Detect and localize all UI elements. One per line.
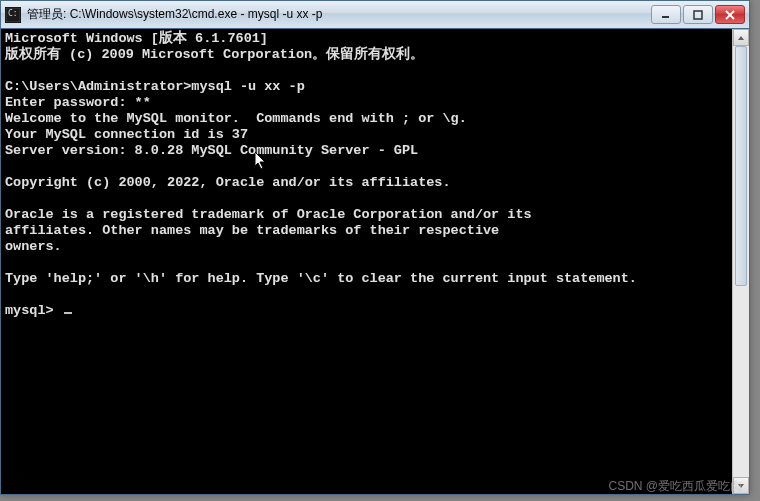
vertical-scrollbar[interactable] (732, 29, 749, 494)
scroll-up-button[interactable] (733, 29, 749, 46)
scroll-thumb[interactable] (735, 46, 747, 286)
terminal-line: Copyright (c) 2000, 2022, Oracle and/or … (5, 175, 451, 190)
svg-rect-4 (694, 11, 702, 19)
titlebar[interactable]: C: 管理员: C:\Windows\system32\cmd.exe - my… (1, 1, 749, 29)
terminal-line: 版权所有 (c) 2009 Microsoft Corporation。保留所有… (5, 47, 424, 62)
minimize-button[interactable] (651, 5, 681, 24)
chevron-up-icon (737, 35, 745, 41)
chevron-down-icon (737, 483, 745, 489)
minimize-icon (661, 10, 671, 20)
window-controls (651, 5, 745, 24)
maximize-icon (693, 10, 703, 20)
cmd-icon: C: (5, 7, 21, 23)
text-cursor (64, 312, 72, 314)
maximize-button[interactable] (683, 5, 713, 24)
terminal-line: Server version: 8.0.28 MySQL Community S… (5, 143, 418, 158)
terminal-line: Enter password: ** (5, 95, 151, 110)
scroll-down-button[interactable] (733, 477, 749, 494)
mysql-prompt: mysql> (5, 303, 62, 318)
scroll-track[interactable] (733, 46, 749, 477)
terminal-line: Welcome to the MySQL monitor. Commands e… (5, 111, 467, 126)
terminal-line: Oracle is a registered trademark of Orac… (5, 207, 532, 222)
terminal-prompt: C:\Users\Administrator>mysql -u xx -p (5, 79, 305, 94)
close-icon (725, 10, 735, 20)
terminal-line: Your MySQL connection id is 37 (5, 127, 248, 142)
terminal-line: Microsoft Windows [版本 6.1.7601] (5, 31, 268, 46)
cmd-window: C: 管理员: C:\Windows\system32\cmd.exe - my… (0, 0, 750, 495)
svg-marker-8 (738, 484, 744, 488)
terminal-line: owners. (5, 239, 62, 254)
svg-marker-7 (738, 36, 744, 40)
terminal-line: affiliates. Other names may be trademark… (5, 223, 499, 238)
svg-text:C:: C: (8, 9, 18, 18)
terminal-output[interactable]: Microsoft Windows [版本 6.1.7601] 版权所有 (c)… (1, 29, 732, 494)
close-button[interactable] (715, 5, 745, 24)
terminal-line: Type 'help;' or '\h' for help. Type '\c'… (5, 271, 637, 286)
window-title: 管理员: C:\Windows\system32\cmd.exe - mysql… (27, 6, 651, 23)
